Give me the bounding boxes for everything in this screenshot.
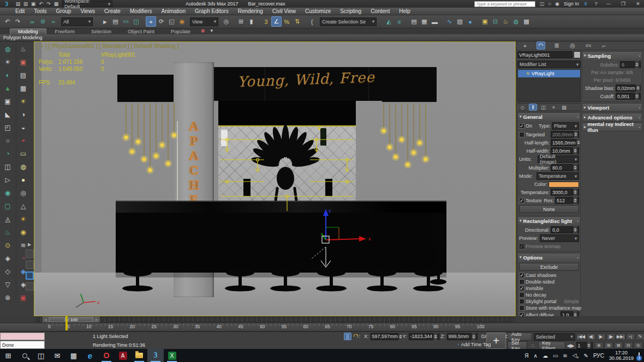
toolbar-icon[interactable]: ⊘ bbox=[38, 16, 48, 27]
toolbar-icon[interactable]: % bbox=[282, 16, 292, 27]
toolbar-icon[interactable]: ⊞ bbox=[236, 16, 246, 27]
toolbar-icon[interactable]: ∞ bbox=[27, 16, 38, 27]
action-center-button[interactable]: 3 bbox=[639, 353, 640, 359]
left-tool-icon[interactable]: ◓ bbox=[17, 135, 29, 146]
left-tool-icon[interactable]: ▣ bbox=[17, 292, 29, 303]
left-tool-icon[interactable]: ◑ bbox=[17, 108, 29, 120]
onedrive-cloud-icon[interactable]: ☁ bbox=[542, 353, 548, 359]
command-panel-tab-icon[interactable]: + bbox=[521, 41, 529, 50]
menu-item[interactable]: Animation bbox=[161, 8, 185, 14]
left-tool-icon[interactable]: ▭ bbox=[17, 148, 29, 159]
toolbar-icon[interactable]: ∠ bbox=[271, 16, 282, 27]
menu-item[interactable]: Scripting bbox=[340, 8, 361, 14]
option-checkbox[interactable] bbox=[519, 299, 524, 304]
menu-item[interactable]: Graph Editors bbox=[195, 8, 229, 14]
mode-dropdown[interactable]: Temperature▾ bbox=[536, 172, 579, 180]
toolbar-icon[interactable]: ◉ bbox=[177, 16, 187, 27]
maxscript-listener-white[interactable]: Done bbox=[0, 341, 45, 349]
menu-item[interactable]: Views bbox=[80, 8, 95, 14]
ribbon-tab[interactable]: Selection bbox=[84, 28, 119, 34]
viewport-nav-icon[interactable]: ⊠ bbox=[614, 342, 623, 349]
rollout-header[interactable]: ▾Sampling▪ bbox=[582, 52, 642, 59]
menu-item[interactable]: Rendering bbox=[238, 8, 263, 14]
left-tool-icon[interactable]: ◫ bbox=[2, 161, 14, 172]
people-icon[interactable]: Я bbox=[524, 353, 528, 359]
clock[interactable]: 17:2030.06.2019 bbox=[609, 350, 634, 361]
layout-tab[interactable] bbox=[26, 261, 34, 269]
object-color-swatch[interactable] bbox=[574, 51, 581, 58]
y-coord-field[interactable]: -1823,344 bbox=[409, 333, 439, 340]
left-tool-icon[interactable]: ◉ bbox=[2, 187, 14, 198]
toolbar-icon[interactable]: ▣ bbox=[480, 16, 490, 27]
excel-app[interactable]: X bbox=[164, 349, 180, 362]
task-view-button[interactable]: ◫ bbox=[33, 349, 49, 362]
left-tool-icon[interactable]: ◔ bbox=[2, 148, 14, 159]
toolbar-icon[interactable]: ▭ bbox=[121, 16, 131, 27]
preview-dropdown[interactable]: Never▾ bbox=[540, 234, 579, 242]
menu-item[interactable]: Edit bbox=[15, 8, 25, 14]
viewport-nav-icon[interactable]: ⊙ bbox=[634, 342, 643, 349]
titlebar-icon[interactable]: ☆ bbox=[546, 0, 553, 8]
res-field[interactable]: 512 bbox=[555, 197, 579, 204]
key-filters-button[interactable]: Key Filters... bbox=[538, 341, 565, 349]
viewport-nav-icon[interactable]: ⊕ bbox=[594, 342, 604, 349]
current-frame-marker[interactable] bbox=[65, 316, 68, 330]
z-coord-field[interactable]: 999,5mm bbox=[447, 333, 478, 340]
toolbar-icon[interactable]: { bbox=[307, 16, 317, 27]
option-checkbox[interactable] bbox=[519, 279, 524, 285]
preview-texmap-checkbox[interactable] bbox=[519, 244, 524, 249]
minimize-button[interactable]: — bbox=[603, 1, 615, 8]
texture-checkbox[interactable] bbox=[519, 198, 524, 203]
left-tool-icon[interactable]: ⊕ bbox=[2, 292, 14, 303]
rollout-header[interactable]: ▸Viewport▪ bbox=[582, 104, 642, 111]
left-tool-icon[interactable]: ☀ bbox=[2, 56, 14, 68]
option-checkbox[interactable] bbox=[519, 305, 524, 311]
left-tool-icon[interactable]: ◍ bbox=[17, 161, 29, 172]
left-tool-icon[interactable]: ▤ bbox=[17, 69, 29, 81]
left-tool-icon[interactable]: ◒ bbox=[17, 122, 29, 133]
menu-item[interactable]: Civil View bbox=[272, 8, 296, 14]
left-tool-icon[interactable]: ☀ bbox=[17, 213, 29, 225]
ribbon-collapse-icon[interactable]: ▾ bbox=[208, 27, 216, 34]
left-tool-icon[interactable]: ▢ bbox=[2, 200, 14, 212]
search-button[interactable] bbox=[16, 349, 33, 362]
sign-in-link[interactable]: Sign In bbox=[564, 1, 579, 7]
left-tool-icon[interactable]: ◰ bbox=[2, 122, 14, 133]
light-color-swatch[interactable] bbox=[548, 182, 579, 188]
ribbon-tab[interactable]: Freeform bbox=[47, 28, 83, 34]
targeted-checkbox[interactable] bbox=[519, 132, 524, 137]
toolbar-icon[interactable]: ⊡ bbox=[490, 16, 500, 27]
layout-tab[interactable] bbox=[26, 282, 34, 291]
close-button[interactable]: ✕ bbox=[632, 1, 644, 8]
playback-icon[interactable]: ✎ bbox=[636, 333, 644, 340]
start-button[interactable]: ⊞ bbox=[0, 349, 16, 362]
command-panel-tab-icon[interactable]: ◎ bbox=[568, 41, 577, 50]
option-checkbox[interactable] bbox=[519, 292, 524, 298]
command-panel-tab-icon[interactable]: ≣ bbox=[552, 41, 561, 50]
viewport-nav-icon[interactable]: ⊞ bbox=[604, 342, 613, 349]
wifi-icon[interactable]: ≋ bbox=[563, 353, 567, 359]
left-tool-icon[interactable]: ◣ bbox=[2, 108, 14, 120]
left-tool-icon[interactable]: ● bbox=[17, 174, 29, 185]
toolbar-icon[interactable]: ◱ bbox=[166, 16, 177, 27]
rollout-header[interactable]: ▸Advanced options▪ bbox=[582, 113, 642, 121]
restore-button[interactable]: ❐ bbox=[617, 1, 629, 8]
left-tool-icon[interactable]: △ bbox=[17, 200, 29, 212]
toolbar-icon[interactable]: ► bbox=[100, 16, 110, 27]
x-coord-field[interactable]: 597,597mm bbox=[371, 333, 401, 340]
ref-coord-dropdown[interactable]: View▾ bbox=[190, 17, 218, 26]
half-length-field[interactable]: 1565,0mm bbox=[551, 139, 579, 146]
toolbar-icon[interactable]: ▧ bbox=[455, 16, 465, 27]
help-icon[interactable]: ? bbox=[592, 0, 600, 8]
rollout-header[interactable]: ▸mental ray Indirect Illun▪ bbox=[582, 123, 642, 131]
rollout-header[interactable]: ▾Options▪ bbox=[518, 254, 580, 261]
titlebar-icon[interactable]: ◉ bbox=[553, 0, 561, 8]
menu-item[interactable]: Group bbox=[56, 8, 71, 14]
windows-ink-icon[interactable]: ✎ bbox=[584, 353, 588, 359]
3dsmax-app[interactable]: 3 bbox=[147, 349, 164, 362]
on-checkbox[interactable] bbox=[519, 123, 524, 129]
left-tool-icon[interactable]: ◇ bbox=[2, 266, 14, 277]
stack-button-icon[interactable]: × bbox=[550, 104, 558, 111]
toolbar-icon[interactable]: 3 bbox=[261, 16, 271, 27]
shadow-bias-field[interactable]: 0,02mm bbox=[616, 85, 641, 92]
